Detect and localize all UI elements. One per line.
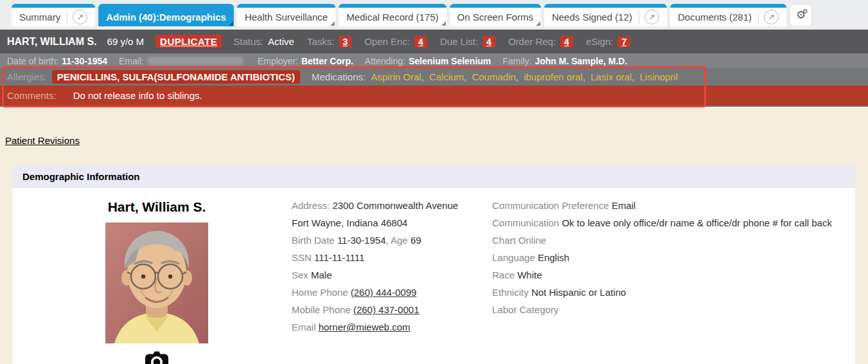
due-list-label: Due List: [440, 36, 478, 47]
ethnicity-label: Ethnicity [492, 287, 529, 298]
address-label: Address: [292, 200, 330, 211]
sex-label: Sex [292, 269, 308, 280]
email-redacted-value [147, 57, 244, 65]
tab-divider [67, 10, 67, 24]
demographic-information-panel: Demographic Information Hart, William S. [13, 165, 855, 364]
tab-summary[interactable]: Summary ↗ [12, 4, 95, 26]
home-phone-label: Home Phone [292, 287, 348, 298]
birth-date-row: Birth Date 11-30-1954, Age 69 [292, 232, 492, 249]
tab-label: Documents (281) [678, 12, 752, 23]
patient-age-sex: 69 y/o M [107, 36, 145, 47]
communication-label: Communication [492, 217, 559, 228]
medications-label: Medications: [312, 71, 366, 82]
age-value: 69 [411, 235, 421, 246]
address-row: Address: 2300 Commonwealth Avenue [292, 197, 492, 214]
comments-label: Comments: [7, 90, 57, 101]
tab-medical-record[interactable]: Medical Record (175) [339, 4, 446, 26]
patient-revisions-link[interactable]: Patient Revisions [5, 135, 80, 146]
email-link[interactable]: horner@mieweb.com [319, 322, 411, 332]
language-value: English [538, 252, 569, 263]
main-content: Patient Revisions Demographic Informatio… [0, 107, 868, 364]
contact-details-column: Address: 2300 Commonwealth Avenue Fort W… [292, 197, 492, 364]
sex-row: Sex Male [292, 266, 492, 284]
medication-link[interactable]: Coumadin [472, 71, 521, 82]
comments-bar: Comments: Do not release info to sibling… [0, 86, 868, 107]
tab-dropdown-fold-icon [229, 21, 233, 26]
race-value: White [517, 269, 542, 280]
medication-link[interactable]: ibuprofen oral [524, 71, 588, 82]
tab-label: Needs Signed (12) [552, 12, 632, 23]
mobile-phone-link[interactable]: (260) 437-0001 [353, 304, 420, 315]
tab-label: Admin (40):Demographics [106, 12, 226, 23]
email-label: Email: [119, 56, 144, 66]
tab-dropdown-fold-icon [330, 21, 335, 26]
update-photo-button[interactable] [145, 350, 169, 364]
mobile-phone-row: Mobile Phone (260) 437-0001 [292, 301, 492, 318]
due-list-count-badge[interactable]: 4 [483, 36, 495, 48]
panel-title: Demographic Information [13, 165, 855, 188]
sex-value: Male [311, 269, 332, 280]
medication-link[interactable]: Aspirin Oral [371, 71, 427, 82]
open-enc-group: Open Enc: 4 [364, 36, 427, 48]
popout-icon[interactable]: ↗ [73, 10, 87, 24]
photo-column: Hart, William S. [22, 197, 292, 364]
camera-icon [145, 350, 169, 364]
family-label: Family: [502, 56, 531, 66]
attending-value: Selenium Selenium [409, 56, 491, 66]
tab-divider [639, 10, 639, 24]
tab-label: Health Surveillance [245, 12, 328, 23]
ssn-value: 111-11-1111 [314, 252, 364, 263]
email-row: Email horner@mieweb.com [292, 318, 492, 336]
medication-link[interactable]: Lasix oral [590, 71, 637, 82]
communication-preference-row: Communication Preference Email [492, 197, 849, 214]
tasks-label: Tasks: [307, 36, 335, 47]
allergies-value-box[interactable]: PENICILLINS, SULFA(SULFONAMIDE ANTIBIOTI… [52, 70, 300, 84]
due-list-group: Due List: 4 [440, 36, 495, 48]
birth-date-value: 11-30-1954 [337, 235, 386, 246]
attending-label: Attending: [365, 56, 405, 66]
open-enc-count-badge[interactable]: 4 [414, 36, 427, 48]
order-req-group: Order Req: 4 [508, 36, 573, 48]
patient-display-name: Hart, William S. [22, 199, 292, 215]
allergies-bar: Allergies: PENICILLINS, SULFA(SULFONAMID… [0, 68, 868, 86]
tab-documents[interactable]: Documents (281) ↗ [670, 4, 786, 26]
duplicate-flag-link[interactable]: DUPLICATE [155, 35, 222, 48]
chart-tab-bar: Summary ↗ Admin (40):Demographics Health… [0, 0, 868, 30]
dob-label: Date of birth: [7, 56, 58, 66]
medications-list: Aspirin OralCalciumCoumadinibuprofen ora… [368, 71, 678, 82]
birth-date-label: Birth Date [292, 235, 335, 246]
medication-link[interactable]: Lisinopril [640, 71, 678, 82]
communication-preference-label: Communication Preference [492, 200, 609, 211]
settings-button[interactable]: ⚙ ⚙ [790, 4, 812, 26]
communication-value: Ok to leave only office/dr name & office… [562, 217, 832, 228]
medication-link[interactable]: Calcium [429, 71, 470, 82]
popout-icon[interactable]: ↗ [764, 10, 779, 24]
age-label: , Age [386, 235, 408, 246]
tab-admin-demographics[interactable]: Admin (40):Demographics [98, 4, 234, 26]
popout-icon[interactable]: ↗ [644, 10, 659, 24]
esign-label: eSign: [586, 36, 614, 47]
tab-health-surveillance[interactable]: Health Surveillance [237, 4, 335, 26]
tasks-count-badge[interactable]: 3 [339, 36, 351, 48]
address-line1: 2300 Commonwealth Avenue [332, 200, 458, 211]
esign-group: eSign: 7 [586, 36, 630, 48]
patient-photo [105, 223, 208, 343]
panel-body: Hart, William S. [13, 188, 855, 364]
status-group: Status: Active [233, 36, 294, 47]
labor-category-label: Labor Category [492, 304, 558, 315]
communication-preference-value: Email [612, 200, 636, 211]
tab-on-screen-forms[interactable]: On Screen Forms [450, 4, 541, 26]
home-phone-link[interactable]: (260) 444-0099 [351, 287, 417, 298]
comments-value: Do not release info to siblings. [73, 90, 202, 101]
tab-needs-signed[interactable]: Needs Signed (12) ↗ [544, 4, 667, 26]
employer-label: Employer: [258, 56, 298, 66]
tab-label: On Screen Forms [457, 12, 533, 23]
gear-small-icon: ⚙ [802, 8, 808, 15]
tab-dropdown-fold-icon [441, 21, 446, 26]
order-req-count-badge[interactable]: 4 [560, 36, 573, 48]
ethnicity-row: Ethnicity Not Hispanic or Latino [492, 284, 849, 301]
order-req-label: Order Req: [508, 36, 556, 47]
ssn-label: SSN [292, 252, 312, 263]
esign-count-badge[interactable]: 7 [617, 36, 630, 48]
chart-online-label: Chart Online [492, 235, 546, 246]
